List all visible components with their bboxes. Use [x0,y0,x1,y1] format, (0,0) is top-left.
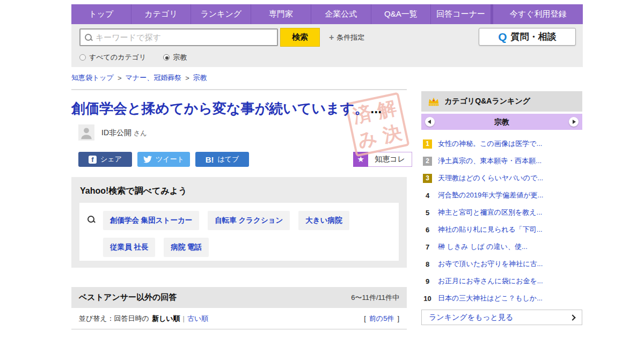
nav-item-answer-corner[interactable]: 回答コーナー [431,4,491,24]
chiebukuro-q-icon: Q [498,31,507,43]
facebook-share-button[interactable]: f シェア [78,152,132,167]
search-panel: 検索 + 条件指定 Q 質問・相談 すべてのカテゴリ 宗教 [71,24,583,67]
question-title-link[interactable]: 創価学会と揉めてから変な事が続いています。 [71,100,368,116]
nav-item-category[interactable]: カテゴリ [131,4,192,24]
nav-register-button[interactable]: 今すぐ利用登録 [493,4,583,24]
other-answers-header: ベストアンサー以外の回答 6〜11件/11件中 [71,287,407,308]
search-tags: 創価学会 集団ストーカー 自転車 クラクション 大きい病院 従業員 社長 病院 … [103,211,401,257]
search-tag[interactable]: 大きい病院 [298,211,349,230]
chie-collection-label: 知恵コレ [368,152,412,167]
radio-selected-icon [163,54,170,61]
plus-icon: + [329,33,334,42]
rank-number: 10 [423,294,432,303]
radio-all-categories[interactable]: すべてのカテゴリ [79,53,146,62]
question-title: 創価学会と揉めてから変な事が続いています。... [71,98,415,118]
breadcrumb-separator: > [118,74,122,82]
search-scope-radios: すべてのカテゴリ 宗教 [79,53,187,62]
ranking-sidebar: カテゴリQ&Aランキング 宗教 1 女性の神秘。この画像は医学で... 2 浄土… [421,91,582,325]
ranking-item: 8 お寺で頂いたお守りを神社に古... [421,255,582,273]
search-button[interactable]: 検索 [280,28,320,47]
ranking-link[interactable]: 榊 しきみ しば の違い、使... [438,242,528,252]
ranking-header: カテゴリQ&Aランキング [421,91,582,112]
breadcrumb-religion[interactable]: 宗教 [193,73,207,83]
search-input[interactable] [96,33,277,42]
ranking-item: 2 浄土真宗の、東本願寺・西本願... [421,152,582,170]
sort-oldest-link[interactable]: 古い順 [187,314,208,324]
user-name[interactable]: ID非公開 [101,128,131,137]
ranking-item: 4 河合塾の2019年大学偏差値が更... [421,187,582,204]
advanced-search-label: 条件指定 [336,33,364,42]
yahoo-search-heading: Yahoo!検索で調べてみよう [80,186,187,197]
breadcrumb-separator: > [185,74,189,82]
sort-divider: | [183,314,185,322]
ranking-list: 1 女性の神秘。この画像は医学で... 2 浄土真宗の、東本願寺・西本願... … [421,130,582,307]
avatar [78,124,94,141]
search-tag[interactable]: 創価学会 集団ストーカー [103,211,199,230]
ranking-category-bar: 宗教 [421,114,582,130]
nav-item-experts[interactable]: 専門家 [251,4,311,24]
hatena-share-label: はてブ [217,155,239,164]
sort-newest-selected[interactable]: 新しい順 [152,314,180,324]
ranking-item: 6 神社の貼り札に見られる「下司... [421,221,582,238]
rank-number: 9 [423,277,432,286]
user-name-suffix: さん [134,129,147,137]
ranking-link[interactable]: 女性の神秘。この画像は医学で... [438,139,542,149]
search-tag[interactable]: 従業員 社長 [103,238,155,257]
ranking-more-button[interactable]: ランキングをもっと見る [421,310,582,325]
rank-number: 6 [423,225,432,234]
radio-current-category[interactable]: 宗教 [163,53,187,62]
ranking-link[interactable]: お寺で頂いたお守りを神社に古... [438,259,543,269]
ranking-heading: カテゴリQ&Aランキング [444,97,530,106]
stamp-char: 決 [377,119,407,149]
breadcrumb-home[interactable]: 知恵袋トップ [71,73,114,83]
ask-question-button[interactable]: Q 質問・相談 [479,28,576,46]
twitter-share-button[interactable]: ツイート [137,152,190,167]
ranking-link[interactable]: お正月にお寺さんに袋にお金を... [438,276,543,286]
previous-category-button[interactable] [425,117,435,127]
sort-controls: 並び替え：回答日時の 新しい順 | 古い順 [79,314,208,324]
radio-unselected-icon [79,54,86,61]
ranking-link[interactable]: 神社の貼り札に見られる「下司... [438,225,543,234]
pagination: [ 前の5件 ] [364,314,399,324]
search-tag[interactable]: 自転車 クラクション [208,211,290,230]
search-box [79,28,278,46]
rank-badge-silver: 2 [423,157,432,166]
content-top-divider [71,89,407,90]
hatena-share-button[interactable]: B! はてブ [195,152,249,167]
bracket-open: [ [364,314,366,322]
facebook-share-label: シェア [100,155,122,164]
radio-all-label: すべてのカテゴリ [89,53,146,62]
next-category-button[interactable] [569,117,579,127]
search-tag[interactable]: 病院 電話 [164,238,209,257]
ranking-link[interactable]: 河合塾の2019年大学偏差値が更... [438,190,543,200]
previous-5-link[interactable]: 前の5件 [369,314,394,324]
rank-number: 5 [423,208,432,217]
search-icon [87,216,95,223]
sort-prefix-label: 並び替え：回答日時の [79,314,149,324]
ranking-more-label: ランキングをもっと見る [429,313,513,322]
bracket-close: ] [397,314,399,322]
ranking-link[interactable]: 神主と宮司と禰宜の区別を教え... [438,208,542,217]
rank-badge-bronze: 3 [423,174,432,183]
twitter-share-label: ツイート [156,155,184,164]
yahoo-search-box: 創価学会 集団ストーカー 自転車 クラクション 大きい病院 従業員 社長 病院 … [79,203,399,261]
nav-item-top[interactable]: トップ [71,4,131,24]
rank-number: 7 [423,243,432,252]
nav-item-qa-list[interactable]: Q&A一覧 [371,4,431,24]
nav-item-official[interactable]: 企業公式 [311,4,371,24]
twitter-bird-icon [143,156,152,163]
ranking-item: 5 神主と宮司と禰宜の区別を教え... [421,204,582,221]
nav-item-ranking[interactable]: ランキング [191,4,251,24]
breadcrumb-manner[interactable]: マナー、冠婚葬祭 [126,73,182,83]
advanced-search-link[interactable]: + 条件指定 [329,33,364,42]
ranking-link[interactable]: 天理教はどのくらいヤバいので... [438,173,543,183]
ask-question-label: 質問・相談 [511,31,557,43]
chevron-right-icon [569,314,575,320]
hatena-icon: B! [206,155,214,164]
facebook-icon: f [89,156,97,164]
ranking-link[interactable]: 日本の三大神社はどこ？もしか... [438,293,543,303]
ranking-item: 9 お正月にお寺さんに袋にお金を... [421,273,582,290]
ranking-category-label: 宗教 [494,117,509,126]
sort-row: 並び替え：回答日時の 新しい順 | 古い順 [ 前の5件 ] [71,308,407,329]
ranking-link[interactable]: 浄土真宗の、東本願寺・西本願... [438,156,541,166]
